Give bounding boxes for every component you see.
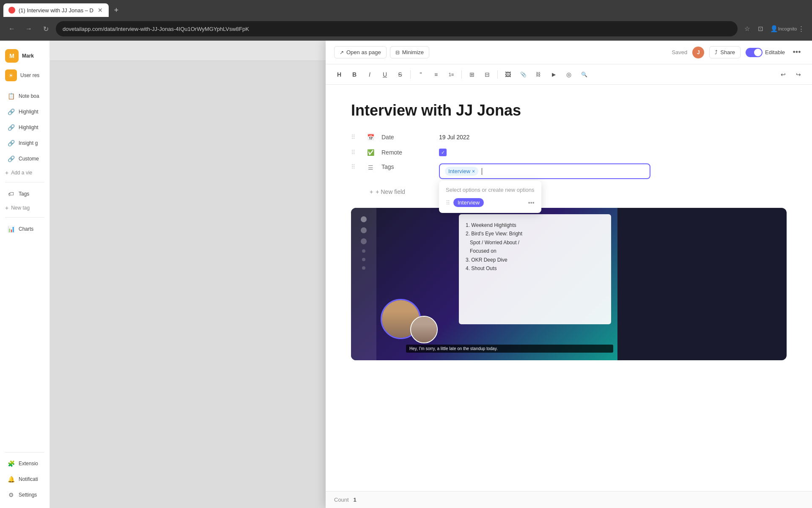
video-slide: 1. Weekend Highlights 2. Bird's Eye View… bbox=[459, 214, 611, 324]
video-button[interactable]: ▶ bbox=[547, 68, 560, 81]
menu-icon[interactable]: ⋮ bbox=[795, 23, 807, 35]
remote-field-handle[interactable]: ⠿ bbox=[351, 149, 359, 156]
date-field-handle[interactable]: ⠿ bbox=[351, 134, 359, 141]
sidebar-item-insight-groups[interactable]: 🔗 Insight g bbox=[2, 135, 48, 151]
new-field-button[interactable]: + + New field bbox=[366, 186, 787, 198]
new-tag-button[interactable]: + New tag bbox=[0, 202, 49, 214]
remote-field-label: Remote bbox=[381, 149, 432, 156]
doc-user-avatar[interactable]: J bbox=[692, 47, 704, 58]
sidebar-item-notifications[interactable]: 🔔 Notificati bbox=[2, 472, 48, 487]
bookmark-icon[interactable]: ☆ bbox=[741, 23, 753, 35]
sidebar: M Mark ☀ User res 📋 Note boa 🔗 Highlight… bbox=[0, 41, 50, 508]
open-as-page-button[interactable]: ↗ Open as page bbox=[334, 46, 387, 58]
strikethrough-button[interactable]: S bbox=[393, 68, 407, 81]
sidebar-item-tags[interactable]: 🏷 Tags bbox=[2, 186, 48, 202]
highlight-1-icon: 🔗 bbox=[7, 108, 15, 116]
count-text: Count 1 bbox=[334, 497, 357, 503]
interview-tag-chip[interactable]: Interview × bbox=[445, 167, 478, 176]
sidebar-item-customer[interactable]: 🔗 Custome bbox=[2, 151, 48, 166]
sidebar-item-note-board[interactable]: 📋 Note boa bbox=[2, 88, 48, 104]
insight-groups-label: Insight g bbox=[19, 140, 38, 146]
tab-close-button[interactable]: ✕ bbox=[97, 7, 104, 14]
sidebar-item-highlight-1[interactable]: 🔗 Highlight bbox=[2, 104, 48, 119]
italic-button[interactable]: I bbox=[363, 68, 376, 81]
redo-button[interactable]: ↪ bbox=[792, 68, 805, 81]
tags-field-label: Tags bbox=[381, 163, 432, 170]
sidebar-section: 📋 Note boa 🔗 Highlight 🔗 Highlight 🔗 Ins… bbox=[0, 88, 49, 167]
more-options-button[interactable]: ••• bbox=[790, 46, 804, 59]
new-tag-icon: + bbox=[5, 204, 8, 211]
toolbar-right: ↩ ↪ bbox=[776, 68, 805, 81]
refresh-button[interactable]: ↻ bbox=[39, 22, 52, 36]
dropdown-drag-handle: ⠿ bbox=[446, 199, 450, 206]
share-button[interactable]: ⤴ Share bbox=[709, 46, 741, 58]
saved-status: Saved bbox=[672, 49, 687, 55]
video-dot-1 bbox=[361, 216, 367, 222]
sidebar-item-extensions[interactable]: 🧩 Extensio bbox=[2, 456, 48, 471]
sidebar-divider-3 bbox=[5, 452, 44, 453]
forward-button[interactable]: → bbox=[22, 22, 36, 36]
date-field-row: ⠿ 📅 Date 19 Jul 2022 bbox=[351, 133, 787, 141]
active-tab[interactable]: (1) Interview with JJ Jonas – D ✕ bbox=[3, 3, 109, 17]
remote-checkbox[interactable]: ✓ bbox=[439, 149, 447, 156]
new-tab-button[interactable]: + bbox=[110, 4, 122, 16]
align-button[interactable]: ⊟ bbox=[480, 68, 494, 81]
new-field-label: + New field bbox=[376, 188, 405, 195]
search-toolbar-button[interactable]: 🔍 bbox=[577, 68, 591, 81]
numbered-list-button[interactable]: 1≡ bbox=[444, 68, 458, 81]
notifications-icon: 🔔 bbox=[7, 475, 15, 483]
video-person-2 bbox=[410, 316, 438, 343]
count-label: Count bbox=[334, 497, 349, 503]
shape-button[interactable]: ◎ bbox=[562, 68, 576, 81]
link-button[interactable]: ⛓ bbox=[532, 68, 545, 81]
dropdown-item-interview[interactable]: ⠿ Interview ••• bbox=[442, 196, 538, 210]
add-view-button[interactable]: + Add a vie bbox=[0, 167, 49, 179]
remote-field-row: ⠿ ✅ Remote ✓ bbox=[351, 148, 787, 157]
charts-icon: 📊 bbox=[7, 225, 15, 233]
heading-button[interactable]: H bbox=[332, 68, 346, 81]
tags-label: Tags bbox=[19, 191, 29, 197]
undo-button[interactable]: ↩ bbox=[776, 68, 790, 81]
bold-button[interactable]: B bbox=[348, 68, 361, 81]
tags-input-box[interactable]: Interview × bbox=[439, 163, 650, 179]
image-button[interactable]: 🖼 bbox=[501, 68, 515, 81]
blockquote-button[interactable]: " bbox=[414, 68, 428, 81]
new-field-icon: + bbox=[370, 188, 373, 195]
workspace-item[interactable]: M Mark bbox=[0, 46, 49, 66]
main-content: 🔔 1 J ↕ Sort ↗ Open as page bbox=[50, 41, 812, 508]
interview-tag-close[interactable]: × bbox=[472, 168, 475, 174]
underline-button[interactable]: U bbox=[378, 68, 392, 81]
highlight-1-label: Highlight bbox=[19, 109, 38, 115]
share-label: Share bbox=[720, 49, 735, 55]
sidebar-item-highlight-2[interactable]: 🔗 Highlight bbox=[2, 120, 48, 135]
extensions-label: Extensio bbox=[19, 461, 38, 467]
dropdown-item-more-button[interactable]: ••• bbox=[528, 199, 535, 206]
video-embed[interactable]: 1. Weekend Highlights 2. Bird's Eye View… bbox=[351, 208, 787, 360]
sidebar-divider-1 bbox=[5, 182, 44, 182]
video-caption: Hey, I'm sorry, a little late on the sta… bbox=[406, 345, 613, 353]
bullet-list-button[interactable]: ≡ bbox=[429, 68, 443, 81]
attachment-button[interactable]: 📎 bbox=[516, 68, 530, 81]
address-text: dovetailapp.com/data/Interview-with-JJ-J… bbox=[63, 26, 249, 32]
sidebar-item-charts[interactable]: 📊 Charts bbox=[2, 221, 48, 237]
dropdown-interview-chip[interactable]: Interview bbox=[453, 198, 484, 207]
tags-icon: 🏷 bbox=[7, 190, 15, 198]
minimize-button[interactable]: ⊟ Minimize bbox=[390, 46, 429, 58]
date-field-value[interactable]: 19 Jul 2022 bbox=[439, 134, 469, 141]
video-decorations bbox=[351, 208, 376, 360]
sidebar-item-settings[interactable]: ⚙ Settings bbox=[2, 487, 48, 502]
back-button[interactable]: ← bbox=[5, 22, 19, 36]
address-bar[interactable]: dovetailapp.com/data/Interview-with-JJ-J… bbox=[56, 21, 738, 36]
editable-toggle[interactable]: Editable bbox=[746, 48, 785, 57]
browser-nav: ← → ↻ dovetailapp.com/data/Interview-wit… bbox=[0, 17, 812, 41]
video-dot-6 bbox=[362, 266, 365, 270]
tags-field-handle[interactable]: ⠿ bbox=[351, 163, 359, 170]
editable-label: Editable bbox=[765, 49, 785, 55]
table-button[interactable]: ⊞ bbox=[465, 68, 479, 81]
editor-area[interactable]: Interview with JJ Jonas ⠿ 📅 Date 19 Jul … bbox=[326, 85, 812, 491]
cast-icon[interactable]: ⊡ bbox=[754, 23, 766, 35]
modal-header-left: ↗ Open as page ⊟ Minimize bbox=[334, 46, 429, 58]
browser-chrome: (1) Interview with JJ Jonas – D ✕ + ← → … bbox=[0, 0, 812, 41]
user-research-row[interactable]: ☀ User res bbox=[0, 66, 49, 85]
toggle-switch[interactable] bbox=[746, 48, 763, 57]
